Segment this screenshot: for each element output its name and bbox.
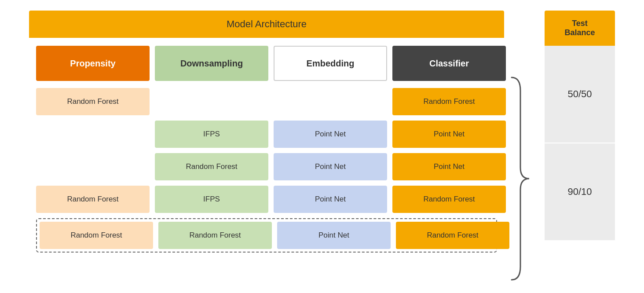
cell-r5-c1: Random Forest — [40, 222, 153, 249]
balance-top: 50/50 — [545, 46, 615, 143]
table-row: Random Forest IFPS Point Net Random Fore… — [36, 186, 497, 213]
cell-r5-c4: Random Forest — [396, 222, 509, 249]
cell-r2-c2: IFPS — [155, 121, 268, 148]
col-header-downsampling: Downsampling — [155, 46, 268, 81]
dashed-row-wrapper: Random Forest Random Forest Point Net Ra… — [36, 218, 497, 253]
cell-r1-c1: Random Forest — [36, 88, 150, 115]
col-header-propensity: Propensity — [36, 46, 150, 81]
balance-bottom: 90/10 — [545, 143, 615, 240]
cell-r2-c1 — [36, 121, 150, 148]
model-arch-header: Model Architecture — [29, 11, 504, 38]
cell-r3-c1 — [36, 153, 150, 180]
test-balance-label: TestBalance — [564, 19, 595, 37]
cell-r4-c1: Random Forest — [36, 186, 150, 213]
col-headers: Propensity Downsampling Embedding Classi… — [36, 46, 497, 81]
cell-r2-c3: Point Net — [274, 121, 387, 148]
table-row: IFPS Point Net Point Net — [36, 121, 497, 148]
cell-r4-c2: IFPS — [155, 186, 268, 213]
cell-r3-c2: Random Forest — [155, 153, 268, 180]
col-header-classifier: Classifier — [392, 46, 506, 81]
test-balance-header: TestBalance — [545, 11, 615, 46]
table-row: Random Forest Point Net Point Net — [36, 153, 497, 180]
table-row: Random Forest Random Forest — [36, 88, 497, 115]
cell-r5-c3: Point Net — [277, 222, 391, 249]
main-section: Model Architecture Propensity Downsampli… — [29, 11, 531, 284]
cell-r1-c2 — [155, 88, 268, 115]
cell-r2-c4: Point Net — [392, 121, 506, 148]
col-header-embedding: Embedding — [274, 46, 387, 81]
model-arch-label: Model Architecture — [227, 18, 307, 29]
grid-area: Propensity Downsampling Embedding Classi… — [29, 38, 504, 260]
outer-wrapper: Model Architecture Propensity Downsampli… — [11, 0, 633, 293]
cell-r1-c3 — [274, 88, 387, 115]
cell-r4-c3: Point Net — [274, 186, 387, 213]
cell-r5-c2: Random Forest — [158, 222, 272, 249]
right-panel: TestBalance 50/50 90/10 — [545, 11, 615, 240]
cell-r1-c4: Random Forest — [392, 88, 506, 115]
cell-r3-c3: Point Net — [274, 153, 387, 180]
table-row: Random Forest Random Forest Point Net Ra… — [40, 222, 494, 249]
cell-r3-c4: Point Net — [392, 153, 506, 180]
cell-r4-c4: Random Forest — [392, 186, 506, 213]
rows-area: Random Forest Random Forest IFPS — [36, 88, 497, 253]
